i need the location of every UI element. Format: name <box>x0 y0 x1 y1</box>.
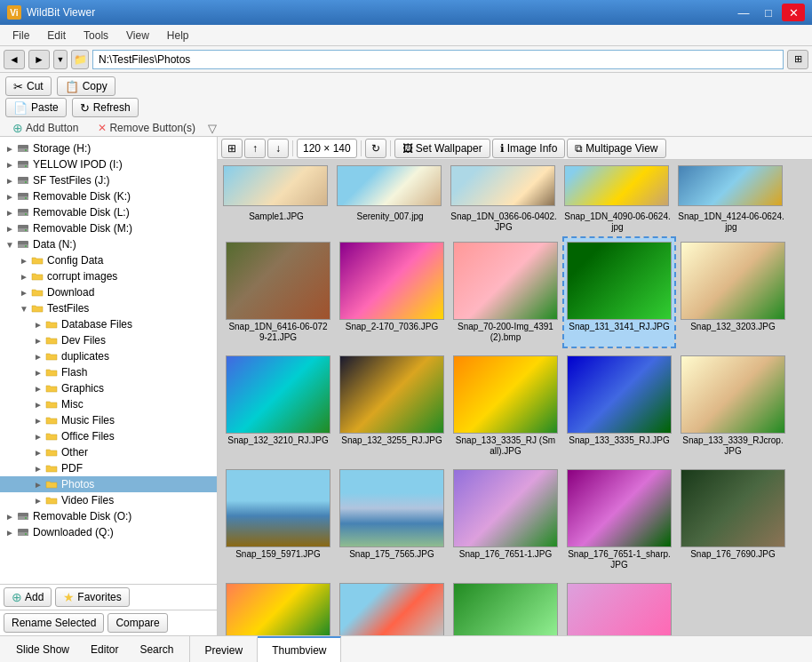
tree-expander-download[interactable]: ► <box>18 286 30 299</box>
tree-expander-music-files[interactable]: ► <box>32 414 44 427</box>
close-button[interactable]: ✕ <box>782 4 805 21</box>
nav-forward-button[interactable]: ► <box>28 50 50 69</box>
tree-item-office-files[interactable]: ►Office Files <box>0 428 217 444</box>
menu-help[interactable]: Help <box>158 28 198 44</box>
zoom-out-button[interactable]: ↓ <box>267 139 289 158</box>
thumb-item-14[interactable]: Snap_176_7690.JPG <box>678 466 788 574</box>
zoom-in-button[interactable]: ↑ <box>244 139 266 158</box>
tree-expander-misc[interactable]: ► <box>32 398 44 411</box>
thumb-item-top-3[interactable] <box>564 165 674 206</box>
tree-expander-pdf[interactable]: ► <box>32 462 44 475</box>
refresh-images-button[interactable]: ↻ <box>365 139 386 158</box>
nav-dropdown-button[interactable]: ▼ <box>53 50 68 69</box>
slideshow-tab[interactable]: Slide Show <box>7 642 78 658</box>
view-mode-button[interactable]: ⊞ <box>221 139 243 158</box>
tree-item-other[interactable]: ►Other <box>0 444 217 460</box>
editor-tab[interactable]: Editor <box>82 642 127 658</box>
tree-item-flash[interactable]: ►Flash <box>0 364 217 380</box>
tree-item-removable-k[interactable]: ►Removable Disk (K:) <box>0 188 217 204</box>
tree-expander-photos[interactable]: ► <box>32 478 44 491</box>
favorites-button[interactable]: ★ Favorites <box>55 587 129 607</box>
tree-expander-other[interactable]: ► <box>32 446 44 459</box>
tree-item-yellow-ipod[interactable]: ►YELLOW IPOD (I:) <box>0 156 217 172</box>
tree-expander-flash[interactable]: ► <box>32 366 44 379</box>
tree-item-pdf[interactable]: ►PDF <box>0 460 217 476</box>
rename-selected-button[interactable]: Rename Selected <box>4 613 104 633</box>
tree-item-sf-testfiles[interactable]: ►SF TestFiles (J:) <box>0 172 217 188</box>
tree-item-data-n[interactable]: ▼Data (N:) <box>0 236 217 252</box>
remove-buttons-btn[interactable]: ✕ Remove Button(s) <box>91 120 203 136</box>
add-button[interactable]: ⊕ Add <box>4 587 52 607</box>
set-wallpaper-button[interactable]: 🖼 Set Wallpaper <box>394 139 490 158</box>
cut-button[interactable]: ✂ Cut <box>5 76 52 96</box>
tree-item-photos[interactable]: ►Photos <box>0 476 217 492</box>
thumb-item-0[interactable]: Snap_1DN_6416-06-0729-21.JPG <box>223 238 333 347</box>
tree-item-database-files[interactable]: ►Database Files <box>0 316 217 332</box>
tree-item-download[interactable]: ►Download <box>0 284 217 300</box>
add-button-btn[interactable]: ⊕ Add Button <box>5 119 85 137</box>
thumb-item-2[interactable]: Snap_70-200-Img_4391 (2).bmp <box>450 238 561 347</box>
filter-icon[interactable]: ▽ <box>208 122 217 135</box>
menu-file[interactable]: File <box>4 28 38 44</box>
menu-view[interactable]: View <box>117 28 158 44</box>
menu-tools[interactable]: Tools <box>75 28 117 44</box>
address-folder-icon[interactable]: 📁 <box>71 50 89 69</box>
tree-expander-graphics[interactable]: ► <box>32 382 44 395</box>
tree-expander-config-data[interactable]: ► <box>18 254 30 267</box>
tree-expander-removable-l[interactable]: ► <box>4 206 16 219</box>
thumb-item-11[interactable]: Snap_175_7565.JPG <box>337 466 447 574</box>
copy-button[interactable]: 📋 Copy <box>57 76 115 96</box>
thumb-item-13[interactable]: Snap_176_7651-1_sharp.JPG <box>564 466 674 574</box>
address-input[interactable]: N:\TestFiles\Photos <box>92 50 784 69</box>
thumb-item-4[interactable]: Snap_132_3203.JPG <box>678 238 788 347</box>
thumb-item-9[interactable]: Snap_133_3339_RJcrop.JPG <box>678 352 788 460</box>
tree-expander-testfiles[interactable]: ▼ <box>18 302 30 315</box>
thumb-item-3[interactable]: Snap_131_3141_RJ.JPG <box>564 238 674 347</box>
tree-expander-dev-files[interactable]: ► <box>32 334 44 347</box>
tree-item-removable-o[interactable]: ►Removable Disk (O:) <box>0 508 217 524</box>
tree-item-removable-m[interactable]: ►Removable Disk (M:) <box>0 220 217 236</box>
tree-expander-duplicates[interactable]: ► <box>32 350 44 363</box>
thumb-item-6[interactable]: Snap_132_3255_RJ.JPG <box>337 352 447 460</box>
tree-item-music-files[interactable]: ►Music Files <box>0 412 217 428</box>
thumb-item-top-4[interactable] <box>678 165 788 206</box>
multipage-view-button[interactable]: ⧉ Multipage View <box>567 139 665 158</box>
tree-item-corrupt-images[interactable]: ►corrupt images <box>0 268 217 284</box>
maximize-button[interactable]: □ <box>757 4 780 21</box>
tree-expander-storage-h[interactable]: ► <box>4 142 16 155</box>
tree-expander-downloaded-q[interactable]: ► <box>4 526 16 538</box>
tree-expander-office-files[interactable]: ► <box>32 430 44 443</box>
minimize-button[interactable]: — <box>732 4 755 21</box>
tree-expander-removable-m[interactable]: ► <box>4 222 16 235</box>
tree-expander-data-n[interactable]: ▼ <box>4 238 16 251</box>
tree-item-removable-l[interactable]: ►Removable Disk (L:) <box>0 204 217 220</box>
thumb-item-12[interactable]: Snap_176_7651-1.JPG <box>450 466 561 574</box>
tree-expander-sf-testfiles[interactable]: ► <box>4 174 16 187</box>
preview-tab[interactable]: Preview <box>190 636 258 662</box>
tree-item-graphics[interactable]: ►Graphics <box>0 380 217 396</box>
thumb-item-16[interactable] <box>337 579 447 635</box>
menu-edit[interactable]: Edit <box>38 28 75 44</box>
compare-button[interactable]: Compare <box>107 613 167 633</box>
tree-item-duplicates[interactable]: ►duplicates <box>0 348 217 364</box>
paste-button[interactable]: 📄 Paste <box>5 98 67 117</box>
thumb-item-17[interactable] <box>450 579 561 635</box>
tree-expander-removable-o[interactable]: ► <box>4 510 16 522</box>
window-maximize-button[interactable]: ⊞ <box>787 50 808 69</box>
tree-item-downloaded-q[interactable]: ►Downloaded (Q:) <box>0 524 217 540</box>
tree-expander-removable-k[interactable]: ► <box>4 190 16 203</box>
thumbview-tab[interactable]: Thumbview <box>258 636 341 662</box>
tree-expander-video-files[interactable]: ► <box>32 494 44 506</box>
image-info-button[interactable]: ℹ Image Info <box>492 139 566 158</box>
nav-back-button[interactable]: ◄ <box>4 50 25 69</box>
thumb-item-top-0[interactable] <box>223 165 333 206</box>
tree-item-video-files[interactable]: ►Video Files <box>0 492 217 508</box>
tree-expander-corrupt-images[interactable]: ► <box>18 270 30 283</box>
tree-expander-database-files[interactable]: ► <box>32 318 44 331</box>
thumb-item-15[interactable] <box>223 579 333 635</box>
thumb-item-top-2[interactable] <box>450 165 561 206</box>
tree-item-misc[interactable]: ►Misc <box>0 396 217 412</box>
thumb-item-top-1[interactable] <box>337 165 447 206</box>
tree-item-dev-files[interactable]: ►Dev Files <box>0 332 217 348</box>
thumb-item-1[interactable]: Snap_2-170_7036.JPG <box>337 238 447 347</box>
